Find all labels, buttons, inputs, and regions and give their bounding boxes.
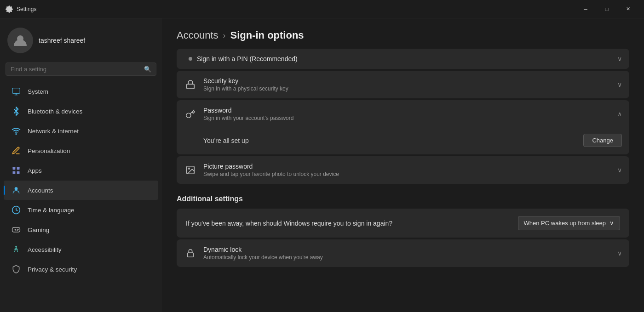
sidebar-item-system[interactable]: System: [4, 82, 158, 101]
svg-rect-18: [188, 253, 194, 257]
content-inner: Sign in with a PIN (Recommended) ∨ Secur: [162, 49, 644, 267]
pin-row[interactable]: Sign in with a PIN (Recommended) ∨: [177, 49, 629, 69]
time-icon: [11, 205, 21, 215]
user-profile: tashreef shareef: [0, 18, 162, 61]
sidebar-item-time[interactable]: Time & language: [4, 200, 158, 220]
sidebar-item-label-accounts: Accounts: [28, 187, 53, 194]
picture-password-icon: [184, 164, 197, 176]
sidebar-item-apps[interactable]: Apps: [4, 161, 158, 180]
password-chevron-icon: ∧: [617, 110, 622, 118]
security-key-title: Security key: [203, 77, 611, 85]
svg-point-2: [16, 134, 17, 135]
password-icon: [184, 108, 197, 120]
security-key-chevron-icon: ∨: [617, 81, 622, 88]
security-key-text: Security key Sign in with a physical sec…: [203, 77, 611, 92]
search-icon: 🔍: [144, 66, 151, 73]
password-status: You're all set up: [203, 137, 249, 144]
password-row: Password Sign in with your account's pas…: [177, 100, 629, 154]
sidebar-item-personalization[interactable]: Personalization: [4, 141, 158, 160]
security-key-row: Security key Sign in with a physical sec…: [177, 71, 629, 98]
svg-point-13: [17, 230, 17, 230]
change-password-button[interactable]: Change: [583, 134, 622, 147]
search-container: 🔍: [0, 61, 162, 81]
svg-rect-3: [13, 167, 16, 170]
dynamic-lock-title: Dynamic lock: [203, 246, 611, 253]
sidebar: tashreef shareef 🔍 System Bluetooth & d: [0, 18, 162, 312]
dynamic-lock-row: Dynamic lock Automatically lock your dev…: [177, 239, 629, 267]
password-desc: Sign in with your account's password: [203, 115, 611, 121]
svg-rect-1: [12, 88, 20, 94]
away-dropdown[interactable]: When PC wakes up from sleep ∨: [518, 216, 620, 230]
picture-password-title: Picture password: [203, 163, 611, 170]
user-name: tashreef shareef: [39, 37, 85, 44]
accessibility-icon: [11, 244, 21, 255]
pin-title: Sign in with a PIN (Recommended): [197, 55, 298, 62]
sidebar-item-label-personalization: Personalization: [28, 147, 70, 154]
window-controls: ─ □ ✕: [575, 2, 638, 17]
sidebar-item-label-network: Network & internet: [28, 128, 79, 135]
avatar: [7, 28, 33, 53]
sidebar-nav: System Bluetooth & devices Network & int…: [0, 81, 162, 279]
svg-rect-6: [17, 171, 20, 174]
close-button[interactable]: ✕: [617, 2, 638, 17]
window-title: Settings: [17, 6, 575, 12]
sidebar-item-label-system: System: [28, 88, 48, 95]
breadcrumb-separator: ›: [223, 31, 226, 40]
breadcrumb-current: Sign-in options: [230, 29, 304, 41]
sidebar-item-network[interactable]: Network & internet: [4, 121, 158, 141]
apps-icon: [11, 165, 21, 176]
security-key-header[interactable]: Security key Sign in with a physical sec…: [177, 71, 629, 98]
dynamic-lock-desc: Automatically lock your device when you'…: [203, 254, 611, 261]
search-input[interactable]: [11, 66, 140, 73]
sidebar-item-accounts[interactable]: Accounts: [4, 181, 158, 200]
titlebar: Settings ─ □ ✕: [0, 0, 644, 18]
svg-rect-15: [187, 84, 195, 89]
sidebar-item-label-apps: Apps: [28, 167, 42, 174]
sidebar-item-privacy[interactable]: Privacy & security: [4, 260, 158, 279]
password-text: Password Sign in with your account's pas…: [203, 107, 611, 121]
svg-rect-4: [17, 167, 20, 170]
away-question: If you've been away, when should Windows…: [186, 220, 518, 227]
sidebar-item-label-bluetooth: Bluetooth & devices: [28, 108, 82, 115]
password-title: Password: [203, 107, 611, 114]
svg-rect-5: [13, 171, 16, 174]
picture-password-header[interactable]: Picture password Swipe and tap your favo…: [177, 156, 629, 184]
dynamic-lock-icon: [184, 247, 197, 260]
picture-password-desc: Swipe and tap your favorite photo to unl…: [203, 171, 611, 177]
picture-password-text: Picture password Swipe and tap your favo…: [203, 163, 611, 177]
settings-icon: [6, 6, 13, 13]
maximize-button[interactable]: □: [596, 2, 617, 17]
svg-point-12: [18, 229, 18, 230]
dynamic-lock-header[interactable]: Dynamic lock Automatically lock your dev…: [177, 239, 629, 267]
sidebar-item-gaming[interactable]: Gaming: [4, 220, 158, 239]
sidebar-item-label-privacy: Privacy & security: [28, 266, 77, 273]
dynamic-lock-chevron-icon: ∨: [617, 250, 622, 257]
picture-password-chevron-icon: ∨: [617, 166, 622, 174]
system-icon: [11, 86, 21, 96]
password-header[interactable]: Password Sign in with your account's pas…: [177, 100, 629, 128]
sidebar-item-label-accessibility: Accessibility: [28, 246, 62, 253]
additional-settings-label: Additional settings: [177, 186, 629, 209]
search-box[interactable]: 🔍: [6, 62, 156, 76]
sidebar-item-accessibility[interactable]: Accessibility: [4, 240, 158, 259]
away-setting-row: If you've been away, when should Windows…: [177, 209, 629, 238]
sidebar-item-bluetooth[interactable]: Bluetooth & devices: [4, 102, 158, 121]
pin-chevron-icon: ∨: [617, 55, 622, 62]
pin-dot-icon: [189, 57, 192, 61]
minimize-button[interactable]: ─: [575, 2, 596, 17]
security-key-icon: [184, 78, 197, 91]
dynamic-lock-text: Dynamic lock Automatically lock your dev…: [203, 246, 611, 261]
network-icon: [11, 126, 21, 136]
accounts-icon: [11, 185, 21, 195]
content-area: Accounts › Sign-in options Sign in with …: [162, 18, 644, 312]
svg-point-7: [15, 187, 18, 190]
breadcrumb: Accounts › Sign-in options: [162, 18, 644, 49]
privacy-icon: [11, 264, 21, 274]
away-value: When PC wakes up from sleep: [524, 220, 606, 227]
picture-password-row: Picture password Swipe and tap your favo…: [177, 156, 629, 184]
sidebar-item-label-gaming: Gaming: [28, 227, 49, 233]
bluetooth-icon: [11, 106, 21, 116]
password-expanded: You're all set up Change: [177, 128, 629, 154]
svg-point-17: [188, 168, 190, 169]
breadcrumb-accounts-link[interactable]: Accounts: [177, 29, 218, 41]
